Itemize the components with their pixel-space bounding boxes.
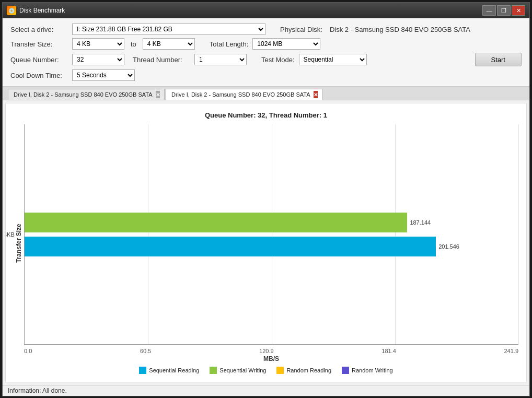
chart-inner: Transfer Size (14, 124, 518, 362)
queue-select[interactable]: 32 (72, 54, 124, 65)
main-content: Select a drive: I: Size 231.88 GB Free 2… (3, 18, 529, 396)
bars-section: 4KB 187.144 201.546 (25, 124, 518, 344)
restore-button[interactable]: ❐ (497, 5, 511, 16)
green-bar (25, 213, 407, 232)
controls-panel: Select a drive: I: Size 231.88 GB Free 2… (3, 18, 529, 87)
x-axis-title: MB/S (24, 355, 518, 362)
x-axis: 0.0 60.5 120.9 181.4 241.9 (24, 346, 518, 354)
queue-label: Queue Number: (10, 56, 68, 64)
thread-select[interactable]: 1 (194, 54, 247, 65)
transfer-size-to-select[interactable]: 4 KB (143, 38, 195, 50)
close-button[interactable]: ✕ (512, 5, 525, 16)
x-tick-1: 60.5 (140, 348, 151, 354)
physical-value: Disk 2 - Samsung SSD 840 EVO 250GB SATA (330, 26, 470, 33)
legend-color-sequential-writing (210, 367, 217, 374)
tab-1-label: Drive I, Disk 2 - Samsung SSD 840 EVO 25… (171, 91, 310, 98)
legend-random-writing: Random Writing (342, 367, 393, 374)
to-text: to (131, 40, 136, 48)
tabs-bar: Drive I, Disk 2 - Samsung SSD 840 EVO 25… (3, 87, 529, 100)
legend-random-reading: Random Reading (276, 367, 331, 374)
legend-label-sequential-reading: Sequential Reading (149, 367, 199, 373)
legend-label-random-reading: Random Reading (286, 367, 331, 373)
x-tick-2: 120.9 (259, 348, 274, 354)
legend-color-random-writing (342, 367, 349, 374)
status-bar: Information: All done. (3, 385, 529, 396)
test-mode-label: Test Mode: (261, 56, 295, 64)
transfer-size-label: Transfer Size: (10, 40, 68, 48)
chart-legend: Sequential Reading Sequential Writing Ra… (14, 367, 518, 374)
transfer-size-row: Transfer Size: 4 KB to 4 KB Total Length… (10, 38, 522, 50)
cooldown-row: Cool Down Time: 5 Seconds (10, 69, 522, 81)
legend-color-sequential-reading (139, 367, 146, 374)
x-tick-3: 181.4 (381, 348, 396, 354)
bar-row-green: 187.144 (25, 213, 518, 232)
window-controls: — ❐ ✕ (482, 5, 525, 16)
grid-line-4 (518, 124, 519, 344)
tab-1[interactable]: Drive I, Disk 2 - Samsung SSD 840 EVO 25… (166, 89, 322, 100)
blue-bar (25, 237, 436, 256)
thread-label: Thread Number: (133, 56, 190, 64)
test-mode-select[interactable]: Sequential (299, 54, 367, 65)
tab-1-close[interactable]: ✕ (314, 91, 318, 98)
legend-sequential-reading: Sequential Reading (139, 367, 199, 374)
x-tick-0: 0.0 (24, 348, 32, 354)
y-tick-label: 4KB (5, 231, 15, 238)
status-text: Information: All done. (8, 387, 67, 394)
chart-container: Transfer Size (14, 124, 518, 374)
minimize-button[interactable]: — (482, 5, 496, 16)
drive-select[interactable]: I: Size 231.88 GB Free 231.82 GB (72, 24, 265, 35)
physical-label: Physical Disk: (280, 26, 322, 33)
legend-color-random-reading (276, 367, 284, 374)
chart-area: Queue Number: 32, Thread Number: 1 Trans… (5, 103, 527, 382)
window-title: Disk Benchmark (19, 7, 482, 14)
title-bar: 💿 Disk Benchmark — ❐ ✕ (3, 3, 529, 18)
drive-row: Select a drive: I: Size 231.88 GB Free 2… (10, 24, 522, 35)
main-window: 💿 Disk Benchmark — ❐ ✕ Select a drive: I… (2, 2, 530, 396)
transfer-size-from-select[interactable]: 4 KB (72, 38, 124, 50)
y-axis-label: Transfer Size (14, 124, 24, 362)
bar-row-blue: 201.546 (25, 237, 518, 256)
queue-row: Queue Number: 32 Thread Number: 1 Test M… (10, 53, 522, 66)
legend-sequential-writing: Sequential Writing (210, 367, 266, 374)
tab-0-close[interactable]: ✕ (156, 91, 160, 98)
chart-title: Queue Number: 32, Thread Number: 1 (14, 111, 518, 119)
blue-bar-value: 201.546 (438, 243, 459, 250)
legend-label-sequential-writing: Sequential Writing (219, 367, 266, 373)
cooldown-select[interactable]: 5 Seconds (72, 69, 135, 81)
drive-label: Select a drive: (10, 26, 68, 33)
green-bar-value: 187.144 (410, 219, 431, 226)
chart-plot: 4KB 187.144 201.546 (24, 124, 518, 345)
app-icon: 💿 (7, 6, 16, 15)
legend-label-random-writing: Random Writing (352, 367, 393, 373)
total-length-select[interactable]: 1024 MB (252, 38, 320, 50)
cooldown-label: Cool Down Time: (10, 72, 68, 79)
total-length-label: Total Length: (210, 40, 248, 48)
start-button[interactable]: Start (475, 53, 522, 66)
tab-0[interactable]: Drive I, Disk 2 - Samsung SSD 840 EVO 25… (8, 89, 165, 100)
x-tick-4: 241.9 (504, 348, 518, 354)
tab-0-label: Drive I, Disk 2 - Samsung SSD 840 EVO 25… (14, 91, 153, 98)
